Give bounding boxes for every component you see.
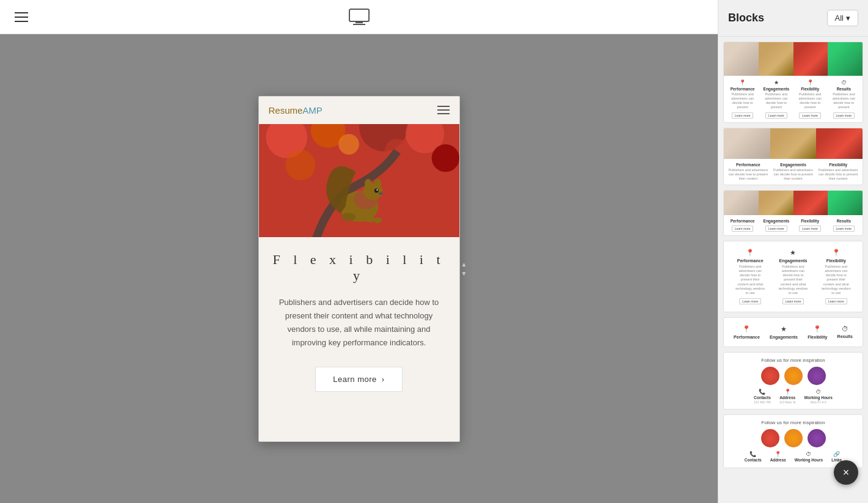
block3-col-3: Flexibility Learn more [794,219,826,232]
contact-col-1: 📞 Contacts 123 456 789 [754,389,771,404]
social-contacts-7: 📞 Contacts 📍 Address ⏱ Working Hours 🔗 L… [729,451,858,463]
contact-col-3b: ⏱ Working Hours [795,451,823,463]
social-flowers-6 [729,367,858,385]
block-card-4[interactable]: 📍 Performance Publishers and advertisers… [723,241,863,312]
monitor-icon [348,8,370,26]
block3-img-4 [828,191,863,215]
contact-col-1b: 📞 Contacts [745,451,762,463]
contact-col-2b: 📍 Address [770,451,786,463]
block5-col-2: ★ Engagements [770,325,798,339]
block2-col-2: Engagements Publishers and advertisers c… [771,163,815,181]
svg-point-10 [285,150,315,180]
svg-point-19 [376,189,377,190]
right-sidebar: Blocks All ▾ 📍 Performance Publishers an… [718,0,868,503]
close-button[interactable]: × [834,460,858,485]
sidebar-scroll[interactable]: 📍 Performance Publishers and advertisers… [718,37,868,503]
block-card-1-images [724,42,863,76]
block-card-2-images [724,128,863,159]
mobile-content: F l e x i b i l i t y Publishers and adv… [259,237,459,441]
block2-img-1 [724,128,770,159]
block-col-4: ⏱ Results Publishers and advertisers can… [828,79,860,119]
flower-1 [761,367,779,385]
block3-col-1: Performance Learn more [726,219,759,232]
block-col-2: ★ Engagements Publishers and advertisers… [760,79,792,119]
block-card-2[interactable]: Performance Publishers and advertisers c… [723,128,863,185]
block3-col-2: Engagements Learn more [760,219,792,232]
svg-point-22 [373,218,382,223]
mobile-section-title: F l e x i b i l i t y [271,252,447,284]
block-card-3-images [724,191,863,215]
mobile-description: Publishers and advertisers can decide ho… [271,296,447,350]
svg-point-18 [374,188,378,193]
hamburger-menu[interactable] [15,12,28,22]
block-card-4-icons: 📍 Performance Publishers and advertisers… [724,241,863,312]
svg-point-12 [338,134,359,155]
block2-img-3 [816,128,863,159]
social-title-6: Follow us for more inspiration [729,358,858,363]
preview-area: ResumeAMP [0,34,718,503]
block-card-5-icons: 📍 Performance ★ Engagements 📍 Flexibilit… [724,318,863,347]
block-img-3 [793,42,828,76]
svg-point-23 [341,213,356,221]
block2-col-3: Flexibility Publishers and advertisers c… [816,163,860,181]
svg-point-20 [378,192,382,195]
flower-2 [784,367,803,385]
block2-col-1: Performance Publishers and advertisers c… [726,163,770,181]
svg-point-9 [431,144,459,172]
block-card-6[interactable]: Follow us for more inspiration 📞 Contact… [723,352,863,409]
block-card-6-social: Follow us for more inspiration 📞 Contact… [724,353,863,409]
block3-img-3 [793,191,828,215]
block3-col-4: Results Learn more [828,219,860,232]
block5-col-3: 📍 Flexibility [808,325,827,339]
sidebar-header: Blocks All ▾ [718,0,868,37]
all-filter-button[interactable]: All ▾ [827,10,858,26]
svg-point-16 [365,178,371,188]
block-img-2 [759,42,793,76]
mobile-preview-frame: ResumeAMP [258,96,460,442]
svg-rect-0 [349,9,369,21]
block-card-1-info: 📍 Performance Publishers and advertisers… [724,76,863,122]
block-card-5[interactable]: 📍 Performance ★ Engagements 📍 Flexibilit… [723,317,863,347]
block5-col-1: 📍 Performance [734,325,760,339]
flower-1b [761,429,779,447]
block-img-4 [828,42,863,76]
block-card-3-info: Performance Learn more Engagements Learn… [724,215,863,235]
contact-col-3: ⏱ Working Hours Mon-Fri 9-5 [804,389,833,404]
svg-point-17 [374,178,381,188]
mobile-nav: ResumeAMP [259,97,459,124]
block-img-1 [724,42,759,76]
sidebar-title: Blocks [728,12,764,24]
block4-col-3: 📍 Flexibility Publishers and advertisers… [821,249,852,304]
logo-resume: Resume [269,105,303,116]
block3-img-2 [759,191,793,215]
social-flowers-7 [729,429,858,447]
social-contacts-6: 📞 Contacts 123 456 789 📍 Address 123 Mai… [729,389,858,404]
block3-img-1 [724,191,759,215]
block-card-3[interactable]: Performance Learn more Engagements Learn… [723,190,863,236]
block-col-3: 📍 Flexibility Publishers and advertisers… [794,79,826,119]
block-card-7-social: Follow us for more inspiration 📞 Contact… [724,415,863,468]
mobile-logo: ResumeAMP [269,105,323,116]
contact-col-2: 📍 Address 123 Main St [779,389,796,404]
logo-amp: AMP [302,105,323,116]
block4-col-1: 📍 Performance Publishers and advertisers… [735,249,765,304]
mobile-menu-icon[interactable] [437,106,450,114]
flower-3 [808,367,826,385]
flower-2b [784,429,803,447]
block-card-2-info: Performance Publishers and advertisers c… [724,159,863,185]
block2-img-2 [770,128,817,159]
block-col-1: 📍 Performance Publishers and advertisers… [726,79,759,119]
flower-3b [808,429,826,447]
block4-col-2: ★ Engagements Publishers and advertisers… [778,249,808,304]
block5-col-4: ⏱ Results [837,325,853,339]
svg-point-21 [363,215,374,222]
top-bar [0,0,718,34]
learn-more-button[interactable]: Learn more › [315,367,402,392]
block-card-1[interactable]: 📍 Performance Publishers and advertisers… [723,42,863,123]
social-title-7: Follow us for more inspiration [729,420,858,425]
mobile-hero-image [259,124,459,237]
